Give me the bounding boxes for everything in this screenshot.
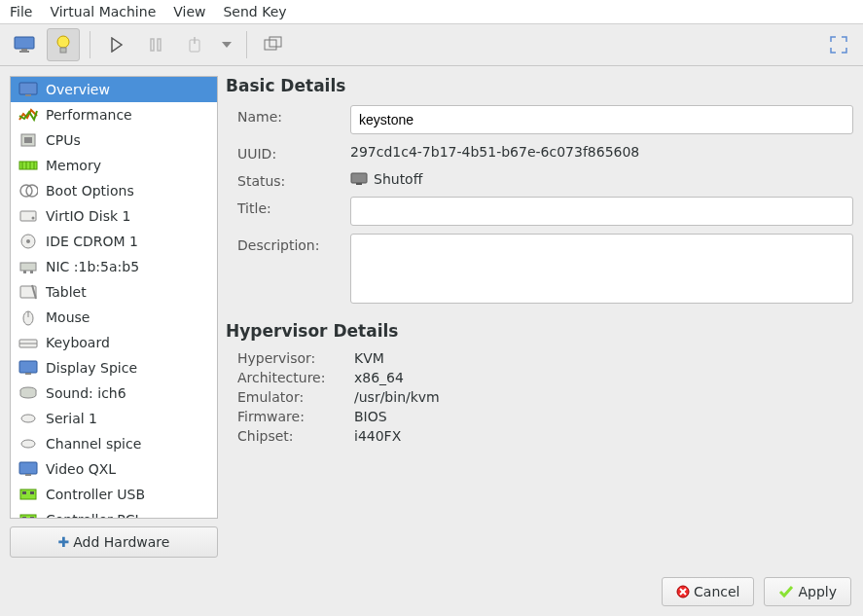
details-view-button[interactable] <box>47 28 80 61</box>
toolbar-separator <box>246 31 247 58</box>
name-input[interactable] <box>350 105 853 134</box>
sidebar-item-memory[interactable]: Memory <box>11 153 217 178</box>
sidebar-item-nic-1b-5a-b5[interactable]: NIC :1b:5a:b5 <box>11 254 217 279</box>
svg-rect-13 <box>19 83 37 94</box>
sidebar-item-performance[interactable]: Performance <box>11 102 217 127</box>
toolbar <box>0 24 863 66</box>
sidebar-item-label: Video QXL <box>46 461 116 477</box>
menu-send-key[interactable]: Send Key <box>223 4 286 19</box>
svg-rect-1 <box>21 49 27 51</box>
svg-rect-11 <box>265 40 276 50</box>
svg-rect-52 <box>356 183 362 185</box>
sidebar-item-label: Tablet <box>46 284 87 300</box>
pause-icon <box>149 37 162 53</box>
emulator-value: /usr/bin/kvm <box>354 389 853 405</box>
svg-rect-40 <box>19 462 37 474</box>
details-pane: Basic Details Name: UUID: 297cd1c4-7b17-… <box>226 76 853 558</box>
sidebar-item-boot-options[interactable]: Boot Options <box>11 178 217 203</box>
sidebar-item-label: VirtIO Disk 1 <box>46 208 130 224</box>
memory-icon <box>18 157 38 174</box>
sidebar-item-virtio-disk-1[interactable]: VirtIO Disk 1 <box>11 203 217 229</box>
add-hardware-button[interactable]: ✚ Add Hardware <box>10 526 218 558</box>
sidebar-item-overview[interactable]: Overview <box>11 77 217 102</box>
sidebar-item-display-spice[interactable]: Display Spice <box>11 355 217 380</box>
chevron-down-icon <box>222 42 232 48</box>
sidebar-item-cpus[interactable]: CPUs <box>11 127 217 153</box>
cdrom-icon <box>18 233 38 250</box>
sidebar-item-serial-1[interactable]: Serial 1 <box>11 406 217 431</box>
sidebar-item-controller-pci[interactable]: Controller PCI <box>11 507 217 519</box>
sidebar-item-label: Sound: ich6 <box>46 385 126 401</box>
apply-icon <box>778 585 794 598</box>
svg-rect-44 <box>30 491 34 494</box>
svg-rect-51 <box>351 173 367 183</box>
chipset-value: i440FX <box>354 428 853 444</box>
sidebar-item-channel-spice[interactable]: Channel spice <box>11 431 217 456</box>
snapshots-button[interactable] <box>257 28 290 61</box>
hardware-list[interactable]: OverviewPerformanceCPUsMemoryBoot Option… <box>10 76 218 519</box>
power-icon <box>187 36 202 54</box>
boot-icon <box>18 182 38 199</box>
svg-rect-6 <box>151 39 154 51</box>
fullscreen-icon <box>830 36 847 54</box>
sidebar-item-sound-ich6[interactable]: Sound: ich6 <box>11 380 217 406</box>
serial-icon <box>18 435 38 453</box>
svg-rect-28 <box>20 263 36 271</box>
mouse-icon <box>18 308 38 326</box>
svg-marker-10 <box>222 42 232 48</box>
play-icon <box>110 37 124 53</box>
tablet-icon <box>18 283 38 301</box>
nic-icon <box>18 258 38 275</box>
svg-rect-12 <box>270 37 281 47</box>
plus-icon: ✚ <box>58 534 70 550</box>
sidebar-item-label: Controller USB <box>46 487 145 502</box>
lightbulb-icon <box>54 35 72 54</box>
sidebar-item-ide-cdrom-1[interactable]: IDE CDROM 1 <box>11 229 217 254</box>
sidebar-item-mouse[interactable]: Mouse <box>11 305 217 330</box>
snapshots-icon <box>264 36 283 54</box>
serial-icon <box>18 410 38 427</box>
menubar: File Virtual Machine View Send Key <box>0 0 863 24</box>
svg-point-27 <box>26 239 30 243</box>
sidebar: OverviewPerformanceCPUsMemoryBoot Option… <box>10 76 218 558</box>
name-label: Name: <box>237 105 344 125</box>
cancel-button[interactable]: Cancel <box>662 577 754 606</box>
svg-rect-43 <box>22 491 26 494</box>
shutdown-menu-button[interactable] <box>217 28 236 61</box>
pause-button[interactable] <box>139 28 172 61</box>
hypervisor-value: KVM <box>354 350 853 366</box>
monitor-icon <box>14 36 35 54</box>
svg-rect-46 <box>22 517 26 519</box>
sound-icon <box>18 384 38 402</box>
description-input[interactable] <box>350 234 853 304</box>
menu-view[interactable]: View <box>173 4 205 19</box>
sidebar-item-label: Keyboard <box>46 335 110 350</box>
fullscreen-button[interactable] <box>822 28 855 61</box>
menu-file[interactable]: File <box>10 4 32 19</box>
title-label: Title: <box>237 197 344 216</box>
menu-virtual-machine[interactable]: Virtual Machine <box>50 4 156 19</box>
shutdown-button[interactable] <box>178 28 211 61</box>
emulator-label: Emulator: <box>237 389 354 405</box>
sidebar-item-keyboard[interactable]: Keyboard <box>11 330 217 355</box>
svg-rect-14 <box>25 94 31 96</box>
firmware-value: BIOS <box>354 409 853 424</box>
sidebar-item-video-qxl[interactable]: Video QXL <box>11 456 217 482</box>
footer: Cancel Apply <box>0 567 863 616</box>
apply-button[interactable]: Apply <box>764 577 851 606</box>
chipset-label: Chipset: <box>237 428 354 444</box>
svg-rect-47 <box>30 517 34 519</box>
sidebar-item-label: IDE CDROM 1 <box>46 234 138 249</box>
uuid-value: 297cd1c4-7b17-4b51-b67e-6c073f865608 <box>350 144 639 160</box>
sidebar-item-label: Boot Options <box>46 183 134 199</box>
sidebar-item-controller-usb[interactable]: Controller USB <box>11 482 217 507</box>
cancel-icon <box>676 585 690 598</box>
console-view-button[interactable] <box>8 28 41 61</box>
sidebar-item-label: Memory <box>46 158 101 173</box>
svg-rect-16 <box>24 137 32 143</box>
overview-icon <box>18 81 38 98</box>
apply-label: Apply <box>798 584 837 599</box>
title-input[interactable] <box>350 197 853 226</box>
sidebar-item-tablet[interactable]: Tablet <box>11 279 217 305</box>
run-button[interactable] <box>100 28 133 61</box>
